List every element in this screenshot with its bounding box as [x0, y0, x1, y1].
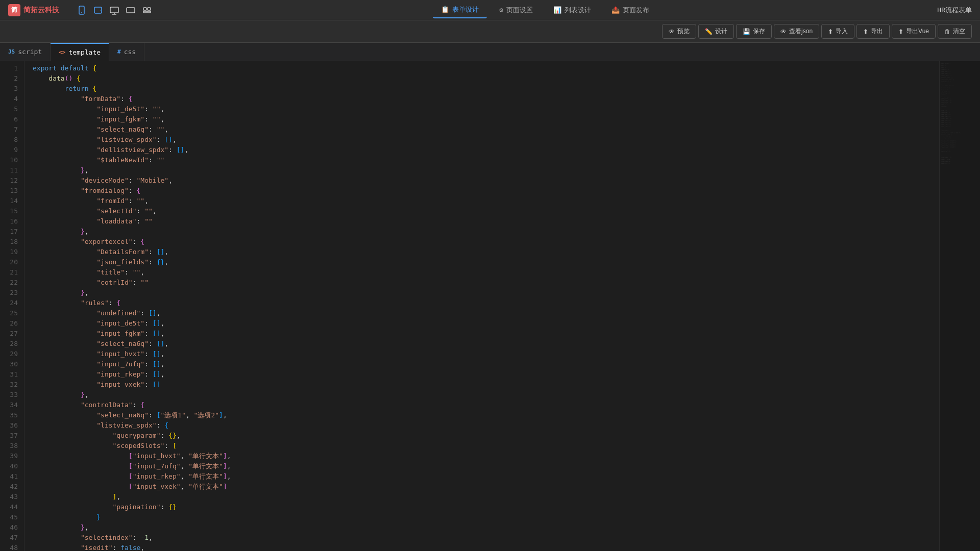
code-line: "input_de5t": [],: [33, 318, 939, 329]
design-button[interactable]: ✏️ 设计: [698, 24, 734, 39]
line-number: 4: [4, 94, 18, 104]
nav-tab-form-design-label: 表单设计: [452, 5, 479, 14]
form-design-icon: 📋: [441, 6, 449, 13]
logo-icon: 简: [8, 4, 20, 16]
code-editor: 1234567891011121314151617181920212223242…: [0, 61, 980, 551]
list-design-icon: 📊: [553, 6, 561, 14]
svg-rect-8: [143, 8, 146, 10]
clear-button[interactable]: 🗑 清空: [938, 24, 972, 39]
header-nav: 📋 表单设计 ⚙️ 页面设置 📊 列表设计 📤 页面发布: [433, 2, 657, 18]
header-title: HR流程表单: [937, 6, 972, 15]
code-line: "controlData": {: [33, 400, 939, 410]
export-label: 导出: [871, 27, 883, 36]
line-number: 23: [4, 288, 18, 298]
line-number: 14: [4, 196, 18, 206]
editor-tabs: JS script <> template # css: [0, 43, 980, 61]
import-label: 导入: [836, 27, 848, 36]
nav-form-design[interactable]: 📋 表单设计: [433, 2, 487, 18]
code-line: "input_rkep": [],: [33, 369, 939, 380]
tab-script-label: script: [18, 48, 42, 56]
code-line: },: [33, 390, 939, 400]
code-content[interactable]: export default { data() { return { "form…: [24, 61, 939, 551]
nav-page-settings[interactable]: ⚙️ 页面设置: [491, 3, 541, 18]
code-line: "isedit": false,: [33, 543, 939, 551]
nav-list-design[interactable]: 📊 列表设计: [545, 3, 599, 18]
code-line: "input_fgkm": [],: [33, 329, 939, 339]
top-header: 简 简拓云科技: [0, 0, 980, 20]
tab-template-label: template: [68, 48, 101, 56]
line-number: 38: [4, 441, 18, 451]
code-line: "$tableNewId": "": [33, 155, 939, 165]
design-label: 设计: [715, 27, 727, 36]
import-button[interactable]: ⬆ 导入: [821, 24, 854, 39]
icon-btn-4[interactable]: [125, 4, 137, 16]
line-number: 35: [4, 410, 18, 420]
save-button[interactable]: 💾 保存: [736, 24, 772, 39]
line-number: 12: [4, 176, 18, 186]
export-icon: ⬆: [863, 28, 868, 35]
code-line: "rules": {: [33, 298, 939, 308]
page-title: HR流程表单: [937, 6, 972, 15]
nav-tab-page-publish-label: 页面发布: [623, 6, 649, 15]
code-line: "input_de5t": "",: [33, 104, 939, 114]
line-number: 7: [4, 124, 18, 135]
code-line: "fromId": "",: [33, 196, 939, 206]
svg-rect-9: [148, 8, 151, 10]
code-line: "queryparam": {},: [33, 431, 939, 441]
save-icon: 💾: [743, 28, 750, 35]
line-number: 25: [4, 308, 18, 318]
line-number: 21: [4, 267, 18, 278]
line-number: 37: [4, 431, 18, 441]
line-number: 24: [4, 298, 18, 308]
code-line: "dellistview_spdx": [],: [33, 145, 939, 155]
line-number: 9: [4, 145, 18, 155]
line-number: 36: [4, 420, 18, 431]
line-number: 11: [4, 165, 18, 176]
line-number: 27: [4, 329, 18, 339]
clear-icon: 🗑: [944, 28, 950, 35]
tab-template[interactable]: <> template: [51, 43, 109, 61]
header-icons: [76, 4, 153, 16]
export-vue-button[interactable]: ⬆ 导出Vue: [892, 24, 936, 39]
export-button[interactable]: ⬆ 导出: [856, 24, 890, 39]
code-line: },: [33, 288, 939, 298]
view-json-button[interactable]: 👁 查看json: [774, 24, 819, 39]
preview-icon: 👁: [669, 28, 675, 35]
icon-btn-3[interactable]: [108, 4, 120, 16]
code-line: "input_vxek": []: [33, 380, 939, 390]
css-tab-icon: #: [117, 48, 121, 55]
icon-btn-5[interactable]: [141, 4, 153, 16]
line-number: 19: [4, 247, 18, 257]
svg-point-3: [101, 10, 102, 11]
code-line: "input_hvxt": [],: [33, 349, 939, 359]
minimap-content: export default { data() { return { "form…: [940, 61, 980, 551]
code-line: "undefined": [],: [33, 308, 939, 318]
icon-btn-1[interactable]: [76, 4, 88, 16]
toolbar: 👁 预览 ✏️ 设计 💾 保存 👁 查看json ⬆ 导入 ⬆ 导出 ⬆ 导出V…: [0, 20, 980, 43]
code-line: data() {: [33, 73, 939, 84]
template-tab-icon: <>: [59, 49, 65, 56]
line-number: 13: [4, 186, 18, 196]
tab-css[interactable]: # css: [109, 43, 144, 61]
preview-label: 预览: [677, 27, 690, 36]
line-number: 16: [4, 216, 18, 227]
code-line: "select_na6q": "",: [33, 124, 939, 135]
nav-page-publish[interactable]: 📤 页面发布: [603, 3, 657, 18]
code-line: "title": "",: [33, 267, 939, 278]
line-numbers: 1234567891011121314151617181920212223242…: [0, 61, 24, 551]
icon-btn-2[interactable]: [92, 4, 104, 16]
view-json-icon: 👁: [780, 28, 787, 35]
tab-script[interactable]: JS script: [0, 43, 51, 61]
tab-css-label: css: [124, 48, 136, 56]
svg-rect-7: [127, 8, 135, 13]
import-icon: ⬆: [828, 28, 833, 35]
line-number: 28: [4, 339, 18, 349]
line-number: 10: [4, 155, 18, 165]
clear-label: 清空: [953, 27, 965, 36]
logo-area: 简 简拓云科技: [8, 4, 59, 16]
code-line: "loaddata": "": [33, 216, 939, 227]
script-tab-icon: JS: [8, 48, 15, 55]
code-line: ["input_rkep", "单行文本"],: [33, 471, 939, 482]
code-line: return {: [33, 84, 939, 94]
preview-button[interactable]: 👁 预览: [662, 24, 696, 39]
